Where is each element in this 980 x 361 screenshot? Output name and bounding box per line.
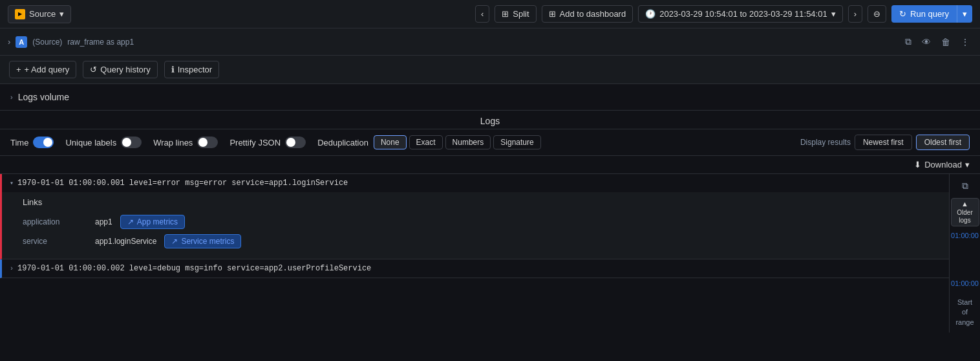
link-key-application: application — [23, 217, 87, 226]
prettify-json-toggle[interactable] — [285, 137, 306, 148]
log-entry-2-text: 1970-01-01 01:00:00.002 level=debug msg=… — [17, 264, 371, 273]
query-source-text: (Source) — [32, 38, 62, 47]
start-of-range: Startofrange — [950, 292, 979, 333]
top-toolbar: Source ▾ ‹ ⊞ Split ⊞ Add to dashboard 🕐 … — [0, 0, 980, 28]
oldest-first-button[interactable]: Oldest first — [916, 135, 970, 150]
query-history-button[interactable]: ↺ Query history — [83, 61, 157, 78]
clock-icon: 🕐 — [645, 9, 655, 19]
log-entry-1-header[interactable]: ▾ 1970-01-01 01:00:00.001 level=error ms… — [2, 174, 949, 192]
download-icon: ⬇ — [914, 160, 921, 170]
prettify-json-knob — [286, 138, 295, 147]
query-copy-button[interactable]: ⧉ — [902, 34, 914, 50]
run-query-chevron-button[interactable]: ▾ — [957, 5, 972, 23]
download-row: ⬇ Download ▾ — [0, 156, 980, 174]
split-button[interactable]: ⊞ Split — [495, 5, 536, 23]
time-marker-2: 01:00:00 — [951, 279, 979, 287]
add-query-label: + Add query — [25, 65, 70, 74]
log-entry-1-expand-icon: ▾ — [10, 179, 14, 187]
right-sidebar: ⧉ ▲ Olderlogs 01:00:00 01:00:00 Startofr… — [949, 174, 980, 333]
time-toggle[interactable] — [33, 137, 54, 148]
wrap-lines-toggle[interactable] — [197, 137, 218, 148]
unique-labels-label: Unique labels — [65, 138, 116, 148]
toolbar-center: ‹ ⊞ Split ⊞ Add to dashboard 🕐 2023-03-2… — [475, 5, 972, 23]
newest-first-label: Newest first — [863, 138, 904, 147]
toolbar-left: Source ▾ — [8, 5, 71, 23]
display-results-group: Display results Newest first Oldest firs… — [800, 135, 970, 150]
time-range-value: 2023-03-29 10:54:01 to 2023-03-29 11:54:… — [659, 9, 827, 19]
query-actions: ⧉ 👁 🗑 ⋮ — [902, 34, 972, 50]
log-entries-wrapper: ▾ 1970-01-01 01:00:00.001 level=error ms… — [0, 174, 980, 333]
dedup-signature-button[interactable]: Signature — [493, 135, 540, 149]
link-value-service: app1.loginService — [95, 237, 156, 246]
prettify-json-label: Prettify JSON — [229, 138, 281, 148]
log-entry-2: › 1970-01-01 01:00:00.002 level=debug ms… — [0, 259, 949, 278]
app-metrics-button[interactable]: ↗ App metrics — [120, 215, 185, 229]
download-button[interactable]: ⬇ Download ▾ — [914, 160, 970, 170]
link-value-application: app1 — [95, 217, 112, 226]
logs-volume-section[interactable]: › Logs volume — [0, 84, 980, 111]
external-link-icon: ↗ — [127, 217, 134, 226]
add-dashboard-button[interactable]: ⊞ Add to dashboard — [542, 5, 634, 23]
links-title: Links — [23, 197, 933, 207]
prettify-json-toggle-group: Prettify JSON — [229, 137, 306, 148]
add-query-button[interactable]: + + Add query — [9, 61, 76, 78]
link-row-service: service app1.loginService ↗ Service metr… — [23, 232, 933, 251]
deduplication-group: Deduplication None Exact Numbers Signatu… — [317, 135, 541, 149]
older-logs-label: Olderlogs — [957, 209, 972, 224]
log-entry-1-text: 1970-01-01 01:00:00.001 level=error msg=… — [17, 179, 348, 188]
unique-labels-toggle-group: Unique labels — [65, 137, 142, 148]
query-row: › A (Source) raw_frame as app1 ⧉ 👁 🗑 ⋮ — [0, 28, 980, 56]
query-expand-icon[interactable]: › — [8, 37, 10, 47]
zoom-out-button[interactable]: ⊖ — [868, 5, 886, 23]
log-entry-1-details: Links application app1 ↗ App metrics ser… — [2, 192, 949, 259]
display-results-label: Display results — [800, 138, 851, 147]
run-query-wrapper: ↻ Run query ▾ — [891, 5, 972, 23]
inspector-label: Inspector — [178, 65, 212, 74]
split-icon: ⊞ — [502, 9, 509, 19]
log-entry-2-header[interactable]: › 1970-01-01 01:00:00.002 level=debug ms… — [2, 259, 949, 278]
query-more-button[interactable]: ⋮ — [958, 34, 972, 50]
add-dashboard-label: Add to dashboard — [560, 9, 626, 19]
service-metrics-label: Service metrics — [181, 237, 234, 246]
history-icon: ↺ — [90, 65, 97, 74]
time-range-selector[interactable]: 🕐 2023-03-29 10:54:01 to 2023-03-29 11:5… — [638, 5, 843, 23]
download-label: Download — [924, 160, 962, 170]
unique-labels-knob — [122, 138, 131, 147]
service-external-link-icon: ↗ — [171, 237, 178, 246]
dedup-numbers-button[interactable]: Numbers — [445, 135, 491, 149]
time-range-chevron-icon: ▾ — [831, 9, 836, 19]
run-query-button[interactable]: ↻ Run query — [891, 5, 957, 23]
unique-labels-toggle[interactable] — [121, 137, 142, 148]
query-controls-bar: + + Add query ↺ Query history ℹ Inspecto… — [0, 56, 980, 84]
dashboard-icon: ⊞ — [549, 9, 556, 19]
source-button[interactable]: Source ▾ — [8, 5, 71, 23]
source-icon — [15, 9, 25, 19]
dedup-exact-button[interactable]: Exact — [409, 135, 443, 149]
deduplication-label: Deduplication — [317, 138, 368, 148]
logs-controls: Time Unique labels Wrap lines Prettify J… — [0, 129, 980, 156]
wrap-lines-toggle-group: Wrap lines — [153, 137, 218, 148]
add-icon: + — [16, 65, 21, 74]
wrap-lines-label: Wrap lines — [153, 138, 193, 148]
query-delete-button[interactable]: 🗑 — [939, 34, 953, 50]
source-label: Source — [29, 9, 56, 19]
run-query-label: Run query — [910, 9, 949, 19]
newest-first-button[interactable]: Newest first — [855, 135, 912, 150]
inspector-button[interactable]: ℹ Inspector — [164, 61, 219, 78]
sidebar-copy-button[interactable]: ⧉ — [958, 177, 972, 195]
log-entry-2-expand-icon: › — [10, 265, 14, 272]
nav-next-button[interactable]: › — [848, 5, 862, 23]
start-of-range-label: Startofrange — [955, 298, 974, 327]
dedup-none-button[interactable]: None — [374, 135, 407, 149]
inspector-icon: ℹ — [171, 65, 175, 74]
older-logs-button[interactable]: ▲ Olderlogs — [951, 198, 979, 226]
query-history-label: Query history — [100, 65, 150, 74]
nav-prev-button[interactable]: ‹ — [475, 5, 489, 23]
refresh-icon: ↻ — [899, 9, 906, 19]
link-row-application: application app1 ↗ App metrics — [23, 212, 933, 232]
service-metrics-button[interactable]: ↗ Service metrics — [164, 234, 241, 248]
oldest-first-label: Oldest first — [924, 138, 961, 147]
query-letter: A — [16, 36, 27, 48]
query-show-button[interactable]: 👁 — [919, 34, 933, 50]
logs-header: Logs — [0, 111, 980, 129]
